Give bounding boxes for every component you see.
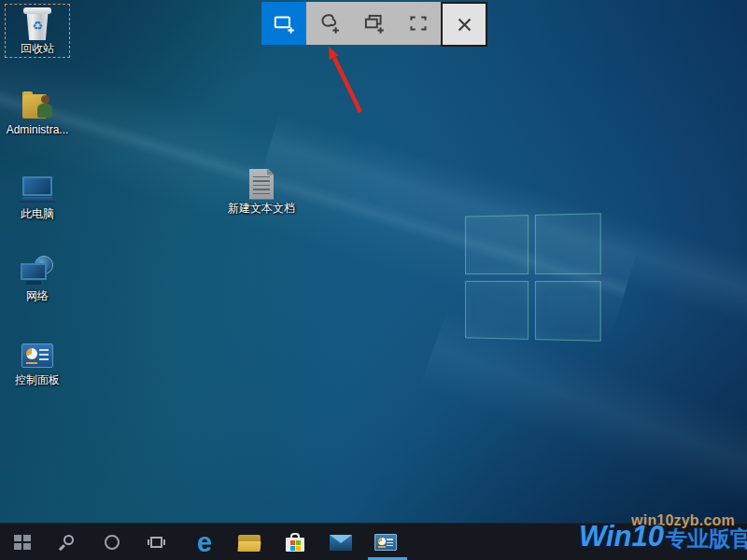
desktop-icon-label: Administra... bbox=[5, 124, 70, 136]
desktop-icon-label: 回收站 bbox=[6, 43, 69, 55]
start-button[interactable] bbox=[2, 525, 43, 560]
edge-icon: e bbox=[197, 529, 212, 555]
windows-logo bbox=[465, 213, 601, 342]
desktop-icon-recycle-bin[interactable]: ♻ 回收站 bbox=[5, 4, 70, 58]
window-snip-button[interactable] bbox=[351, 2, 396, 45]
windows-start-icon bbox=[14, 535, 31, 550]
fullscreen-snip-icon bbox=[406, 11, 430, 35]
desktop-icon-label: 网络 bbox=[5, 290, 70, 302]
close-snip-button[interactable] bbox=[441, 2, 487, 47]
recycle-bin-icon: ♻ bbox=[6, 7, 69, 42]
file-explorer-button[interactable] bbox=[229, 525, 270, 560]
cortana-button[interactable] bbox=[92, 525, 133, 560]
store-button[interactable] bbox=[275, 525, 316, 560]
search-button[interactable] bbox=[47, 525, 88, 560]
desktop: ♻ 回收站 Administra... 此电脑 网络 控制面板 新建文本文档 bbox=[0, 0, 747, 560]
user-folder-icon bbox=[5, 88, 70, 123]
desktop-icon-label: 控制面板 bbox=[5, 374, 70, 386]
taskbar: e bbox=[0, 523, 747, 560]
control-panel-icon bbox=[5, 338, 70, 373]
edge-button[interactable]: e bbox=[184, 525, 225, 560]
task-view-icon bbox=[148, 536, 165, 549]
control-panel-window-icon bbox=[374, 534, 397, 551]
network-icon bbox=[5, 254, 70, 289]
fullscreen-snip-button[interactable] bbox=[396, 2, 441, 45]
windows-logo-pane bbox=[534, 281, 600, 342]
task-view-button[interactable] bbox=[135, 525, 176, 560]
desktop-icon-control-panel[interactable]: 控制面板 bbox=[5, 336, 70, 386]
rectangular-snip-icon bbox=[272, 11, 296, 35]
desktop-icon-this-pc[interactable]: 此电脑 bbox=[5, 170, 70, 220]
control-panel-taskbar-button[interactable] bbox=[365, 525, 406, 560]
rectangular-snip-button[interactable] bbox=[261, 2, 306, 45]
windows-logo-pane bbox=[534, 213, 600, 273]
desktop-icon-label: 此电脑 bbox=[5, 208, 70, 220]
window-snip-icon bbox=[361, 11, 386, 35]
desktop-icon-network[interactable]: 网络 bbox=[5, 252, 70, 302]
desktop-icon-new-text-document[interactable]: 新建文本文档 bbox=[222, 164, 301, 215]
text-document-icon bbox=[222, 166, 301, 202]
search-icon bbox=[59, 534, 76, 551]
mail-button[interactable] bbox=[320, 525, 361, 560]
snip-toolbar bbox=[261, 2, 487, 45]
computer-icon bbox=[5, 172, 70, 207]
windows-logo-pane bbox=[465, 280, 529, 340]
mail-icon bbox=[330, 535, 352, 551]
file-explorer-icon bbox=[237, 533, 261, 552]
freeform-snip-icon bbox=[317, 11, 341, 35]
close-icon bbox=[452, 12, 476, 36]
windows-logo-pane bbox=[465, 215, 529, 274]
desktop-icon-label: 新建文本文档 bbox=[222, 203, 301, 215]
store-icon bbox=[285, 533, 305, 553]
cortana-icon bbox=[105, 535, 120, 550]
desktop-icon-administrator[interactable]: Administra... bbox=[5, 86, 70, 136]
freeform-snip-button[interactable] bbox=[306, 2, 351, 45]
red-arrow-annotation bbox=[319, 41, 368, 118]
